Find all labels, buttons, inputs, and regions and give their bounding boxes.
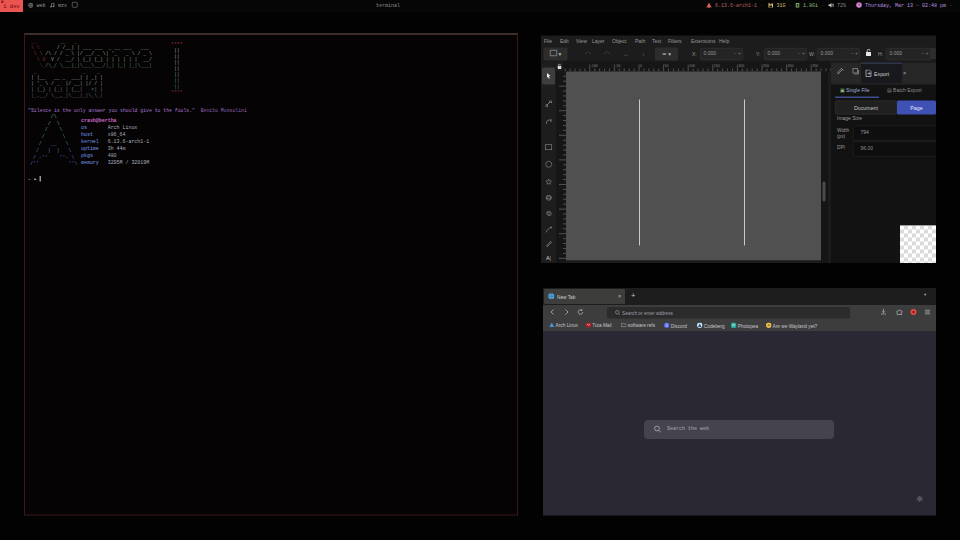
svg-text:300: 300 bbox=[788, 64, 794, 68]
svg-text:200: 200 bbox=[738, 64, 744, 68]
svg-text:100: 100 bbox=[689, 64, 695, 68]
svg-text:0: 0 bbox=[640, 64, 642, 68]
svg-text:350: 350 bbox=[812, 64, 818, 68]
svg-text:150: 150 bbox=[714, 64, 720, 68]
svg-text:50: 50 bbox=[665, 64, 669, 68]
svg-text:250: 250 bbox=[763, 64, 769, 68]
svg-text:-100: -100 bbox=[591, 64, 598, 68]
svg-text:-50: -50 bbox=[615, 64, 620, 68]
